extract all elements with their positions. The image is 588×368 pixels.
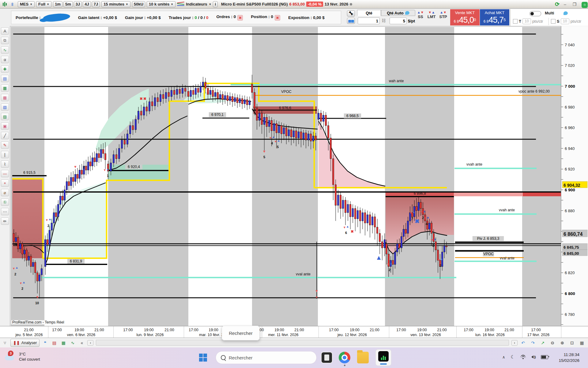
poc-band-right1 <box>454 192 523 196</box>
indicators-caret[interactable]: ▼ <box>209 3 212 6</box>
candle-body <box>179 89 181 94</box>
toolbar-icon-0[interactable]: ❝ <box>41 339 49 347</box>
candle-body <box>130 125 131 134</box>
stop-checkbox[interactable] <box>551 19 556 24</box>
share-icon[interactable]: ⑂ <box>1 339 9 347</box>
tf-button-4J[interactable]: 4J <box>83 1 91 7</box>
candle-body <box>113 155 115 163</box>
tab-qty-auto[interactable]: Qté Auto <box>381 10 415 16</box>
sell-signal-icon: ▼ <box>74 165 77 169</box>
candle-body <box>165 92 167 98</box>
battery-icon[interactable] <box>541 355 548 359</box>
taskbar-app-chrome[interactable] <box>339 352 350 363</box>
toolbar-right-icon-6[interactable]: ▦ <box>578 339 586 347</box>
lmt-button[interactable]: ▼▲LMT <box>428 11 436 19</box>
tab-qty[interactable]: Qté <box>357 10 381 16</box>
stop-points-input[interactable]: 10 <box>561 18 569 24</box>
tf-button-3J[interactable]: 3J <box>74 1 82 7</box>
taskbar-clock[interactable]: 11:28:3415/02/2026 <box>559 352 579 363</box>
candle-body <box>234 98 236 102</box>
sell-market-button[interactable]: Vente MKT 6 845,00 <box>450 9 480 25</box>
stp-button[interactable]: ▲▼STP <box>439 11 447 19</box>
per-point-input[interactable]: 5 <box>390 17 407 24</box>
info-icon[interactable]: i <box>213 1 218 7</box>
candle-body <box>17 237 19 249</box>
time-tick-label: 21:00 <box>294 328 304 332</box>
ss-button[interactable]: ▲▼SS <box>417 11 424 19</box>
scroll-right-button[interactable]: › <box>511 340 518 346</box>
candle-body <box>276 124 277 133</box>
horizontal-scrollbar[interactable] <box>96 340 509 346</box>
buy-signal-icon: ▲ <box>423 209 426 213</box>
windows-taskbar: 3 3°C Ciel couvert Rechercher ∧ ☾ ))) 11… <box>0 347 588 368</box>
wifi-icon[interactable] <box>520 355 526 359</box>
candle-body <box>227 95 228 101</box>
night-mode-icon[interactable]: ☾ <box>511 354 515 360</box>
cancel-orders-icon[interactable]: ✖ <box>237 15 243 21</box>
price-chart[interactable]: ▼▲2▼▲2▼10▼▲2▼2▼▲1✖✖▼5▼▲4▼▲5▼▼▲6✖▲▼▲2▼▲7✖… <box>0 26 588 326</box>
candle-body <box>176 89 178 94</box>
candle-body <box>261 113 263 125</box>
restore-button[interactable]: ❐ <box>571 1 579 7</box>
candle-body <box>154 98 156 106</box>
wrench-icon[interactable]: 🔧︎ <box>347 10 355 17</box>
tf-button-1m[interactable]: 1m <box>53 1 62 7</box>
volume-button[interactable]: 50kU <box>132 1 145 7</box>
range-select[interactable]: Full▼ <box>36 1 51 7</box>
weather-widget[interactable]: 3 3°C Ciel couvert <box>4 351 40 363</box>
price-tick-label: 7 040 <box>565 43 575 47</box>
chart-label: vvah ante <box>499 208 515 212</box>
screenshot-button[interactable]: ⌾ <box>582 2 588 8</box>
taskbar-app-terminal[interactable] <box>321 352 333 363</box>
refresh-icon[interactable]: ⟳ <box>555 1 560 8</box>
chart-label: vvah ante <box>466 162 482 167</box>
toolbar-right-icon-0[interactable]: ↶ <box>519 339 527 347</box>
signal-count-label: 5 <box>263 155 265 159</box>
target-group: T 10 pts/ctr <box>513 18 543 24</box>
qty-input[interactable]: 1 <box>358 17 380 24</box>
time-axis[interactable]: 21:00jeu. 5 févr. 202617:0019:0021:00ven… <box>0 326 588 338</box>
collapse-icon[interactable]: « <box>78 339 85 347</box>
toolbar-right-icon-2[interactable]: ↗ <box>539 339 546 347</box>
toolbar-icon-3[interactable]: ∿ <box>69 339 76 347</box>
tf-button-7J[interactable]: 7J <box>92 1 100 7</box>
toolbar-right-icon-1[interactable]: ↷ <box>529 339 537 347</box>
buy-market-button[interactable]: Achat MKT 6 845,75 <box>480 9 509 25</box>
candle-body <box>163 94 164 99</box>
sell-signal-icon: ▼ <box>274 140 277 143</box>
scroll-left-button[interactable]: ‹ <box>87 340 93 346</box>
close-position-icon[interactable]: ✖ <box>275 15 280 21</box>
tf-button-5m[interactable]: 5m <box>63 1 73 7</box>
toolbar-icon-2[interactable]: ▦ <box>60 339 67 347</box>
toolbar-right-icon-4[interactable]: ⊕ <box>559 339 566 347</box>
date-label: 17 févr. 2026 <box>527 333 549 337</box>
signal-count-label: 7 <box>411 217 413 220</box>
candle-body <box>264 117 265 125</box>
buy-signal-icon: ▲ <box>15 266 18 269</box>
windows-start-button[interactable] <box>199 354 207 362</box>
taskbar-search[interactable]: Rechercher <box>216 351 317 364</box>
target-checkbox[interactable] <box>513 19 518 24</box>
tray-expand-icon[interactable]: ∧ <box>502 355 505 359</box>
toolbar-right-icon-5[interactable]: ⊡ <box>568 339 576 347</box>
link-icon[interactable]: ∞ <box>10 1 16 8</box>
taskbar-app-prorealtime[interactable] <box>375 349 391 366</box>
keyboard-icon[interactable]: ▦▦ <box>347 18 355 24</box>
volume-icon[interactable]: ))) <box>531 355 535 359</box>
multi-toggle[interactable] <box>530 11 541 16</box>
instrument-select[interactable]: MES▼ <box>18 1 35 7</box>
analyser-button[interactable]: ❚❚ Analyser <box>10 339 40 347</box>
units-select[interactable]: 10 k unités▼ <box>147 1 175 7</box>
indicators-button[interactable]: Indicateurs <box>186 2 207 6</box>
candle-body <box>73 177 74 182</box>
candle-body <box>146 107 148 111</box>
target-points-input[interactable]: 10 <box>522 18 531 24</box>
timeframe-select[interactable]: 15 minutes▼ <box>101 1 130 7</box>
chrome-running-dot <box>344 365 345 366</box>
chain-link-icon[interactable]: ⛓︎ <box>382 18 386 23</box>
taskbar-app-explorer[interactable] <box>357 352 369 363</box>
candle-body <box>308 134 309 140</box>
minimize-button[interactable]: – <box>561 1 569 7</box>
toolbar-right-icon-3[interactable]: ⊖ <box>549 339 556 347</box>
toolbar-icon-1[interactable]: ▤ <box>51 339 58 347</box>
